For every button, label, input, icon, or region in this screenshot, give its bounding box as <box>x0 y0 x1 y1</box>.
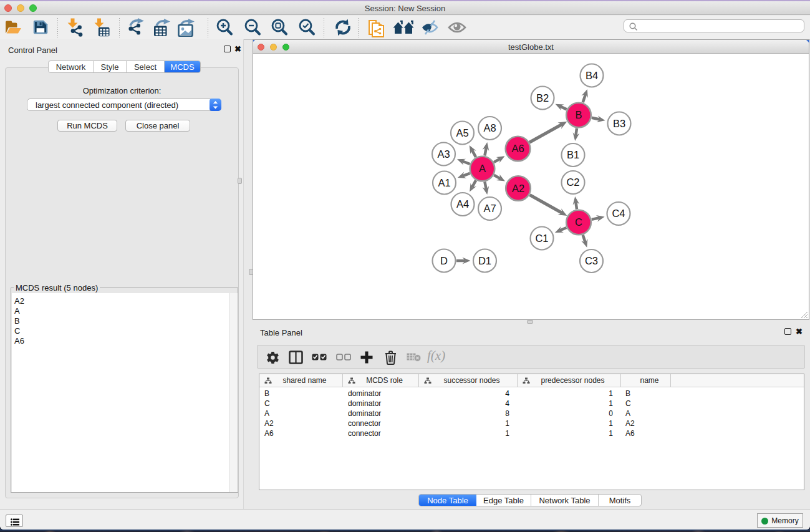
svg-text:D: D <box>440 255 448 266</box>
svg-text:B2: B2 <box>536 92 549 104</box>
svg-text:C3: C3 <box>585 255 598 266</box>
svg-text:A7: A7 <box>483 203 496 214</box>
svg-text:A8: A8 <box>483 122 496 133</box>
svg-text:A6: A6 <box>511 143 524 154</box>
svg-text:B4: B4 <box>586 70 598 81</box>
svg-text:A1: A1 <box>438 177 450 188</box>
svg-text:D1: D1 <box>478 255 491 266</box>
svg-text:C2: C2 <box>566 177 579 188</box>
svg-text:B1: B1 <box>567 149 579 160</box>
svg-text:A2: A2 <box>512 183 524 194</box>
svg-text:C4: C4 <box>612 208 625 219</box>
svg-text:A3: A3 <box>437 148 450 160</box>
svg-text:C: C <box>575 216 582 228</box>
svg-text:B: B <box>575 109 582 120</box>
svg-text:A: A <box>479 163 486 174</box>
svg-text:B3: B3 <box>613 118 625 129</box>
svg-text:C1: C1 <box>535 233 548 244</box>
svg-text:A5: A5 <box>456 127 468 138</box>
svg-text:A4: A4 <box>456 198 469 210</box>
